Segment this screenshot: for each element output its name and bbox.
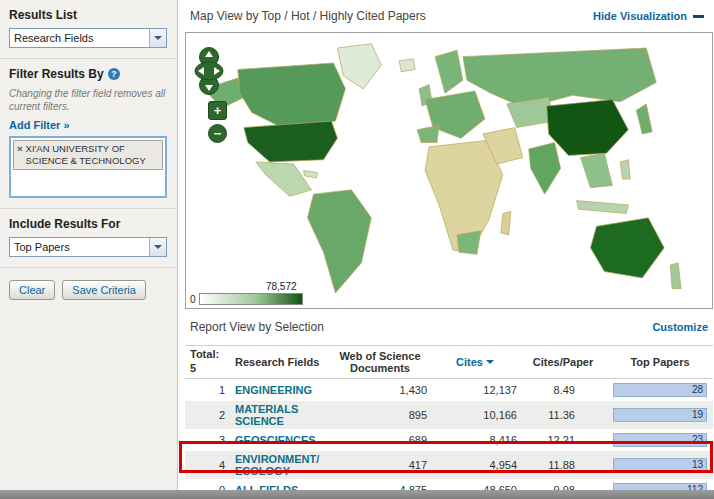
results-list-heading: Results List (9, 8, 168, 22)
column-header-cites-per-paper: Cites/Paper (519, 354, 607, 370)
field-link[interactable]: ENVIRONMENT/ECOLOGY (235, 453, 319, 477)
map-container: + − 0 78,572 (185, 32, 713, 309)
sidebar: Results List Research Fields Filter Resu… (0, 0, 178, 490)
clear-button[interactable]: Clear (9, 280, 55, 300)
filter-section: Filter Results By ? Changing the filter … (0, 59, 177, 209)
customize-link[interactable]: Customize (652, 321, 708, 333)
total-count: Total: 5 (185, 346, 231, 378)
results-list-select[interactable]: Research Fields (9, 28, 167, 48)
remove-filter-icon[interactable]: × (17, 143, 23, 167)
top-papers-value: 23 (692, 434, 703, 445)
cites-value: 10,166 (431, 407, 519, 423)
cites-value: 4,954 (431, 457, 519, 473)
column-header-wos-documents: Web of Science Documents (329, 348, 431, 376)
include-results-selected-value: Top Papers (10, 238, 149, 256)
include-results-heading: Include Results For (9, 217, 168, 231)
map-legend: 0 78,572 (190, 281, 303, 305)
cites-per-paper-value: 11.36 (519, 407, 607, 423)
filter-tag: × XI'AN UNIVERSITY OF SCIENCE & TECHNOLO… (13, 140, 163, 170)
sort-descending-icon (486, 360, 494, 368)
docs-value: 895 (329, 407, 431, 423)
legend-min-label: 0 (190, 294, 196, 305)
map-pan-control[interactable]: + − (194, 47, 224, 143)
table-row-highlighted: 4 ENVIRONMENT/ECOLOGY 417 4,954 11.88 13 (185, 451, 713, 479)
cites-sort-link[interactable]: Cites (456, 356, 483, 368)
legend-max-label: 78,572 (266, 281, 297, 292)
field-link[interactable]: MATERIALS SCIENCE (235, 403, 298, 427)
top-papers-bar: 13 (613, 458, 707, 472)
field-link[interactable]: ENGINEERING (235, 384, 312, 396)
table-row: 1 ENGINEERING 1,430 12,137 8.49 28 (185, 379, 713, 401)
top-papers-bar: 28 (613, 383, 707, 397)
docs-value: 417 (329, 457, 431, 473)
table-row: 2 MATERIALS SCIENCE 895 10,166 11.36 19 (185, 401, 713, 429)
report-title: Report View by Selection (190, 320, 324, 334)
top-papers-value: 28 (692, 384, 703, 395)
cites-value: 8,416 (431, 432, 519, 448)
hide-visualization[interactable]: Hide Visualization (593, 10, 704, 22)
sidebar-buttons: Clear Save Criteria (0, 268, 177, 312)
map-header-bar: Map View by Top / Hot / Highly Cited Pap… (178, 0, 714, 32)
results-list-section: Results List Research Fields (0, 0, 177, 59)
add-filter-link[interactable]: Add Filter » (9, 119, 70, 131)
cites-per-paper-value: 11.88 (519, 457, 607, 473)
row-rank: 3 (185, 432, 231, 448)
filter-heading: Filter Results By ? (9, 67, 168, 81)
row-rank: 2 (185, 407, 231, 423)
field-link[interactable]: GEOSCIENCES (235, 434, 316, 446)
cites-per-paper-value: 8.49 (519, 382, 607, 398)
row-rank: 4 (185, 457, 231, 473)
row-rank: 1 (185, 382, 231, 398)
cites-per-paper-value: 12.21 (519, 432, 607, 448)
save-criteria-button[interactable]: Save Criteria (62, 280, 146, 300)
filter-heading-label: Filter Results By (9, 67, 104, 81)
minimize-icon[interactable] (693, 15, 704, 18)
world-map[interactable] (186, 33, 712, 308)
column-header-cites[interactable]: Cites (431, 354, 519, 370)
map-title: Map View by Top / Hot / Highly Cited Pap… (190, 9, 426, 23)
report-table: Total: 5 Research Fields Web of Science … (185, 346, 713, 499)
zoom-out-button[interactable]: − (208, 124, 227, 143)
help-icon[interactable]: ? (108, 68, 120, 80)
top-papers-bar: 19 (613, 408, 707, 422)
top-papers-value: 13 (692, 459, 703, 470)
column-header-top-papers: Top Papers (607, 354, 713, 370)
hide-visualization-link[interactable]: Hide Visualization (593, 10, 687, 22)
main-content: Map View by Top / Hot / Highly Cited Pap… (178, 0, 714, 490)
results-list-selected-value: Research Fields (10, 29, 149, 47)
legend-gradient-bar (199, 293, 303, 305)
filter-note: Changing the filter field removes all cu… (9, 87, 168, 113)
report-header-bar: Report View by Selection Customize (185, 309, 713, 346)
dropdown-arrow-icon[interactable] (149, 238, 166, 256)
zoom-in-button[interactable]: + (208, 101, 227, 120)
table-row: 3 GEOSCIENCES 689 8,416 12.21 23 (185, 429, 713, 451)
table-header-row: Total: 5 Research Fields Web of Science … (185, 346, 713, 379)
top-papers-bar: 23 (613, 433, 707, 447)
top-papers-value: 19 (692, 409, 703, 420)
include-results-select[interactable]: Top Papers (9, 237, 167, 257)
dropdown-arrow-icon[interactable] (149, 29, 166, 47)
docs-value: 1,430 (329, 382, 431, 398)
filter-tag-label: XI'AN UNIVERSITY OF SCIENCE & TECHNOLOGY (26, 143, 159, 167)
total-label: Total: (190, 348, 219, 362)
include-results-section: Include Results For Top Papers (0, 209, 177, 268)
total-value: 5 (190, 362, 196, 376)
cites-value: 12,137 (431, 382, 519, 398)
bottom-scrollbar[interactable] (0, 490, 714, 499)
esi-app: Results List Research Fields Filter Resu… (0, 0, 714, 499)
active-filter-box[interactable]: × XI'AN UNIVERSITY OF SCIENCE & TECHNOLO… (9, 136, 167, 198)
docs-value: 689 (329, 432, 431, 448)
column-header-research-fields: Research Fields (231, 354, 329, 370)
